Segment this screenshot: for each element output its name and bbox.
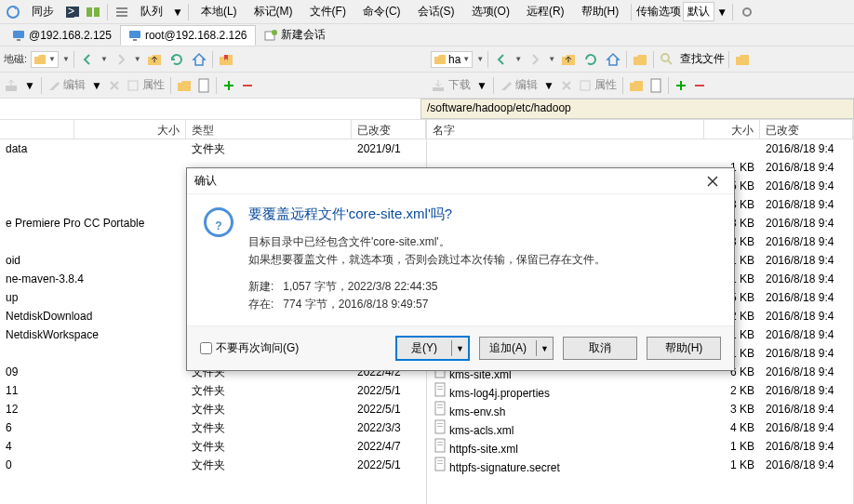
props-button[interactable]: 属性 [127, 77, 165, 93]
menu-session[interactable]: 会话(S) [410, 2, 462, 21]
col-type[interactable]: 类型 [186, 120, 352, 139]
new-file-icon[interactable] [197, 78, 210, 93]
local-folder-combo[interactable]: ▼ [31, 51, 59, 68]
transfer-combo[interactable]: 默认 [683, 2, 714, 21]
new-folder-icon[interactable] [629, 78, 644, 93]
delete-icon[interactable] [560, 79, 573, 92]
menu-queue[interactable]: 队列 [133, 2, 170, 21]
mirror-icon[interactable] [84, 3, 102, 21]
table-row[interactable]: kms-acls.xml4 KB2016/8/18 9:4 [427, 418, 853, 437]
home-icon[interactable] [604, 50, 622, 69]
sync-label[interactable]: 同步 [24, 2, 61, 21]
dropdown-icon[interactable]: ▼ [536, 340, 553, 356]
refresh-icon[interactable] [581, 50, 600, 69]
dropdown-icon[interactable]: ▼ [451, 340, 468, 356]
up-folder-icon[interactable] [145, 50, 164, 69]
menu-file[interactable]: 文件(F) [302, 2, 354, 21]
separator [216, 77, 217, 94]
close-icon[interactable] [699, 171, 727, 192]
table-row[interactable]: 12文件夹2022/5/1 [0, 400, 426, 418]
svg-rect-10 [17, 39, 20, 41]
separator [487, 51, 488, 68]
table-row[interactable]: httpfs-signature.secret1 KB2016/8/18 9:4 [427, 456, 853, 474]
download-button[interactable]: 下载 [431, 77, 471, 93]
session-tabs: @192.168.2.125 root@192.168.2.126 新建会话 [0, 24, 854, 46]
tab-label: root@192.168.2.126 [145, 29, 247, 42]
svg-rect-32 [437, 405, 443, 405]
col-size[interactable]: 大小 [704, 120, 760, 139]
remote-folder-combo[interactable]: ha ▼ [431, 51, 473, 68]
table-row[interactable]: 11文件夹2022/5/1 [0, 381, 426, 400]
refresh-icon[interactable] [167, 50, 186, 69]
append-button[interactable]: 追加(A)▼ [479, 337, 554, 360]
table-row[interactable]: 2016/8/18 9:4 [427, 139, 853, 158]
bookmark-icon[interactable] [217, 50, 235, 69]
separator [653, 51, 654, 68]
col-changed[interactable]: 已改变 [760, 120, 853, 139]
home-icon[interactable] [190, 50, 208, 69]
yes-button[interactable]: 是(Y)▼ [395, 336, 470, 361]
table-row[interactable]: 0文件夹2022/5/1 [0, 456, 426, 474]
minus-icon[interactable] [693, 79, 706, 92]
find-icon[interactable] [658, 50, 676, 69]
table-row[interactable]: data文件夹2021/9/1 [0, 139, 426, 158]
cancel-button[interactable]: 取消 [563, 337, 637, 360]
help-button[interactable]: 帮助(H) [647, 337, 721, 360]
terminal-icon[interactable]: >_ [63, 3, 82, 21]
svg-text:?: ? [215, 219, 221, 232]
up-folder-icon[interactable] [559, 50, 578, 69]
edit-button[interactable]: 编辑 [47, 77, 86, 93]
props-button[interactable]: 属性 [579, 77, 617, 93]
menu-command[interactable]: 命令(C) [355, 2, 408, 21]
minus-icon[interactable] [241, 79, 254, 92]
plus-icon[interactable] [222, 79, 235, 92]
table-row[interactable]: httpfs-site.xml1 KB2016/8/18 9:4 [427, 437, 853, 456]
table-row[interactable]: 4文件夹2022/4/7 [0, 437, 426, 456]
dialog-new-info: 新建: 1,057 字节，2022/3/8 22:44:35 [248, 279, 719, 295]
transfer-label: 传输选项 [636, 4, 681, 20]
delete-icon[interactable] [108, 79, 121, 92]
find-label[interactable]: 查找文件 [680, 51, 725, 67]
plus-icon[interactable] [674, 79, 687, 92]
col-name[interactable] [0, 120, 74, 139]
sync-icon[interactable] [4, 3, 22, 21]
forward-icon[interactable] [526, 50, 544, 69]
table-row[interactable]: 6文件夹2022/3/3 [0, 418, 426, 437]
menu-help[interactable]: 帮助(H) [574, 2, 627, 21]
col-name[interactable]: 名字 [427, 120, 704, 139]
upload-button[interactable] [4, 78, 19, 93]
new-folder-icon[interactable] [177, 78, 192, 93]
back-icon[interactable] [78, 50, 97, 69]
menu-remote[interactable]: 远程(R) [519, 2, 572, 21]
tab-session-2[interactable]: root@192.168.2.126 [120, 25, 256, 46]
bookmark-icon[interactable] [733, 50, 752, 69]
new-file-icon[interactable] [649, 78, 662, 93]
svg-rect-35 [437, 423, 443, 424]
forward-icon[interactable] [112, 50, 130, 69]
menu-local[interactable]: 本地(L) [193, 2, 245, 21]
separator [728, 51, 729, 68]
edit-button[interactable]: 编辑 [500, 77, 538, 93]
local-header: 大小 类型 已改变 [0, 119, 426, 139]
dont-ask-checkbox[interactable]: 不要再次询问(G) [200, 340, 386, 356]
settings-icon[interactable] [738, 3, 756, 21]
table-row[interactable]: kms-log4j.properties2 KB2016/8/18 9:4 [427, 381, 853, 400]
remote-path[interactable]: /software/hadoop/etc/hadoop [420, 99, 854, 119]
col-changed[interactable]: 已改变 [352, 120, 426, 139]
bookmark-icon[interactable] [631, 50, 649, 69]
separator [631, 4, 632, 20]
menu-options[interactable]: 选项(O) [464, 2, 517, 21]
separator [626, 51, 627, 68]
menu-mark[interactable]: 标记(M) [247, 2, 300, 21]
col-size[interactable]: 大小 [74, 120, 186, 139]
svg-rect-9 [13, 31, 24, 38]
queue-icon[interactable] [113, 3, 131, 21]
table-row[interactable]: kms-env.sh3 KB2016/8/18 9:4 [427, 400, 853, 418]
back-icon[interactable] [492, 50, 511, 69]
svg-rect-6 [116, 11, 127, 13]
checkbox-input[interactable] [200, 342, 212, 354]
dialog-titlebar[interactable]: 确认 [187, 168, 734, 194]
tab-session-1[interactable]: @192.168.2.125 [4, 25, 120, 46]
remote-header: 名字 大小 已改变 [427, 119, 853, 139]
tab-new-session[interactable]: 新建会话 [256, 23, 334, 46]
